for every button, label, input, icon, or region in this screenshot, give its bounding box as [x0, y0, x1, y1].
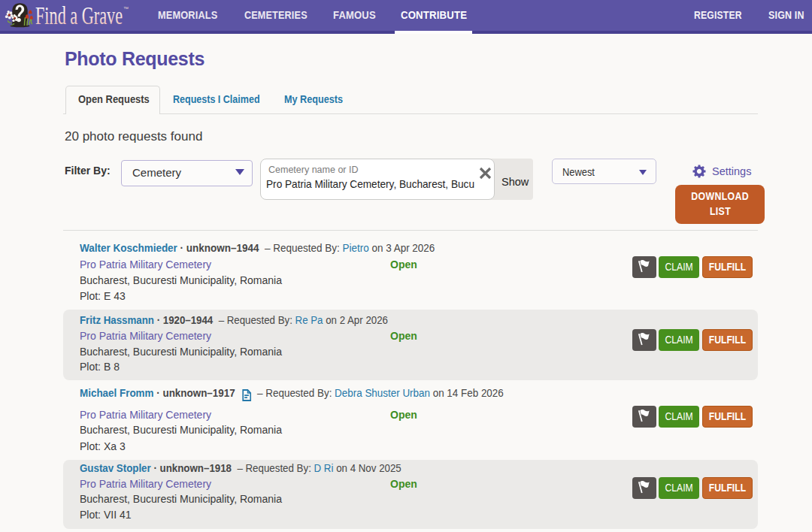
svg-text:™: ™ [123, 6, 129, 11]
svg-text:Find a Grave: Find a Grave [35, 2, 123, 29]
